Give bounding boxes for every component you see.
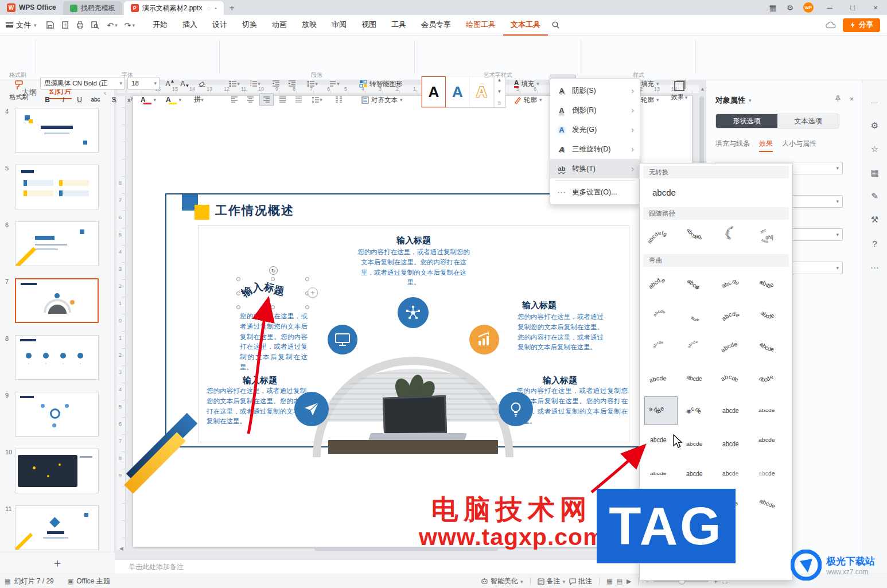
warp-option-ring-outside[interactable]: abcde — [680, 302, 714, 330]
text-outline-button[interactable]: 轮廓▾ — [514, 94, 542, 106]
heading-right-top[interactable]: 输入标题 — [507, 300, 571, 311]
play-view-icon[interactable]: ▶ — [627, 578, 631, 585]
share-button[interactable]: 分享 — [843, 18, 880, 32]
icon-circle-paper-plane[interactable] — [294, 392, 329, 426]
help-icon[interactable]: ? — [868, 236, 882, 250]
highlight-color-button[interactable]: A▾ — [166, 93, 181, 106]
font-color-caret[interactable]: ▾ — [154, 97, 157, 103]
body-right-bottom[interactable]: 您的内容打在这里，或者通过复制您的文本后复制在这里。您的内容打在这里，或者通过复… — [516, 386, 628, 427]
resize-handle-sw[interactable] — [236, 305, 240, 309]
heading-top[interactable]: 输入标题 — [362, 235, 465, 246]
tools-icon[interactable]: ⚒ — [868, 213, 882, 227]
edit-pen-icon[interactable]: ✎ — [868, 189, 882, 203]
icon-circle-monitor[interactable] — [328, 325, 357, 355]
warp-option-inflate-bottom[interactable]: abcde — [644, 428, 678, 457]
scroll-up-icon[interactable]: ▲ — [700, 86, 705, 92]
menu-tab-审阅[interactable]: 审阅 — [324, 15, 354, 36]
warp-option-button-pour[interactable]: abcde — [680, 333, 714, 362]
menu-tab-切换[interactable]: 切换 — [235, 15, 264, 36]
align-text-button[interactable]: 对齐文本 ▾ — [361, 94, 403, 106]
v-ruler[interactable]: 876543210123456789 — [116, 96, 126, 550]
undo-caret[interactable]: ▾ — [115, 22, 118, 28]
quick-add-button[interactable]: ＋ — [308, 287, 318, 298]
laptop-photo[interactable] — [328, 369, 498, 454]
more-icon[interactable]: ··· — [868, 260, 882, 274]
line-spacing-button[interactable]: ▾ — [310, 93, 324, 106]
resize-handle-se[interactable] — [305, 305, 309, 309]
slide-thumbnail-7[interactable]: 7 — [0, 278, 115, 323]
underline-button[interactable]: U — [72, 93, 87, 106]
comments-button[interactable]: 批注 — [569, 577, 592, 586]
justify-button[interactable] — [275, 93, 290, 106]
warp-option-inflate[interactable]: abcde — [717, 396, 750, 425]
ribbon-search[interactable] — [551, 21, 560, 29]
warp-option-curve-down[interactable]: abcde — [753, 333, 786, 362]
slide-thumbnail-box[interactable] — [15, 278, 99, 323]
columns-button[interactable] — [332, 93, 346, 106]
redo-icon[interactable]: ↷ — [125, 21, 131, 30]
maximize-button[interactable]: □ — [841, 0, 864, 15]
warp-option-can-down[interactable]: abcde — [680, 365, 714, 394]
wordart-gallery-scroll[interactable]: ▲▼≡ — [494, 76, 504, 107]
icon-circle-lightbulb[interactable] — [499, 392, 533, 426]
menu-item-transform[interactable]: ab 转换(T) › — [550, 159, 640, 178]
menu-item-more-settings[interactable]: ··· 更多设置(O)... — [550, 182, 640, 202]
wps-logo[interactable]: W WPS Office — [0, 3, 63, 12]
align-right-button[interactable] — [259, 93, 274, 106]
menu-tab-工具[interactable]: 工具 — [384, 15, 414, 36]
heading-left-bottom[interactable]: 输入标题 — [228, 375, 292, 386]
redo-caret[interactable]: ▾ — [133, 22, 135, 28]
warp-option-chevron-inverted[interactable]: abcde — [753, 270, 786, 299]
menu-tab-插入[interactable]: 插入 — [175, 15, 205, 36]
warp-option-double-wave-2[interactable]: abcde — [680, 396, 714, 425]
slide-thumbnail-box[interactable] — [15, 221, 99, 266]
minimize-button[interactable]: ─ — [818, 0, 841, 15]
body-left-bottom[interactable]: 您的内容打在这里，或者通过复制您的文本后复制在这里。您的内容打在这里，或者通过复… — [207, 386, 306, 427]
warp-option-deflate-top[interactable]: abcde — [753, 428, 786, 457]
transform-option-none[interactable]: abcde — [645, 180, 787, 205]
warp-option-fade-left[interactable]: abcde — [753, 460, 786, 488]
normal-view-icon[interactable]: ▦ — [606, 578, 612, 585]
menu-tab-绘图工具[interactable]: 绘图工具 — [458, 15, 503, 36]
menu-tab-会员专享[interactable]: 会员专享 — [414, 15, 458, 36]
warp-option-double-wave-1[interactable]: abcde — [644, 396, 678, 425]
warp-option-circle-pour[interactable]: abcde — [644, 333, 678, 362]
slide-thumbnail-9[interactable]: 9 — [0, 392, 115, 437]
export-icon[interactable] — [61, 21, 69, 29]
body-right-top[interactable]: 您的内容打在这里，或者通过复制您的文本后复制在这里。您的内容打在这里，或者通过复… — [518, 312, 604, 353]
tab-shape-options[interactable]: 形状选项 — [716, 114, 777, 128]
avatar[interactable]: WP — [803, 2, 814, 13]
warp-option-arch-down-pour[interactable]: abcde — [753, 302, 786, 330]
layout-grid-icon[interactable]: ▦ — [868, 166, 882, 180]
wordart-style-blue[interactable]: A — [446, 76, 470, 107]
menu-tab-放映[interactable]: 放映 — [294, 15, 324, 36]
smart-shape-button[interactable]: 转智能图形 — [359, 78, 403, 89]
add-slide-button[interactable]: ＋ — [0, 552, 115, 574]
warp-option-wave-2[interactable]: abcde — [753, 365, 786, 394]
distribute-button[interactable] — [291, 93, 306, 106]
slide-thumbnail-6[interactable]: 6 — [0, 221, 115, 266]
wordart-style-black[interactable]: A — [422, 76, 446, 107]
new-tab-button[interactable]: ＋ — [225, 1, 238, 14]
warp-option-can-up[interactable]: abcde — [644, 365, 678, 394]
subtab-effects[interactable]: 效果 — [759, 139, 773, 152]
tab-text-options[interactable]: 文本选项 — [777, 114, 839, 128]
slide-thumbnail-8[interactable]: 8 — [0, 335, 115, 380]
subtab-fill-line[interactable]: 填充与线条 — [715, 139, 750, 152]
strikethrough-button[interactable]: abc — [88, 93, 103, 106]
slide-thumbnail-4[interactable]: 4 — [0, 108, 115, 153]
highlight-caret[interactable]: ▾ — [179, 97, 182, 103]
resize-handle-nw[interactable] — [236, 277, 240, 281]
path-option-arch-down[interactable]: abcdefg — [680, 222, 714, 251]
warp-option-wave-1[interactable]: abcde — [717, 365, 750, 394]
resize-handle-w[interactable] — [236, 291, 240, 295]
slide-thumbnail-5[interactable]: 5 — [0, 165, 115, 209]
save-icon[interactable] — [46, 21, 55, 29]
properties-panel-header[interactable]: 对象属性 ▾ — [715, 95, 752, 106]
smart-beautify-button[interactable]: 智能美化▾ — [481, 577, 523, 586]
rotate-handle[interactable]: ↻ — [269, 266, 278, 275]
theme-skin-icon[interactable]: ⚙ — [781, 0, 799, 15]
theme-indicator[interactable]: ▣ Office 主题 — [68, 577, 110, 586]
slide-thumbnail-10[interactable]: 10 — [0, 449, 115, 493]
resize-handle-n[interactable] — [271, 277, 275, 281]
